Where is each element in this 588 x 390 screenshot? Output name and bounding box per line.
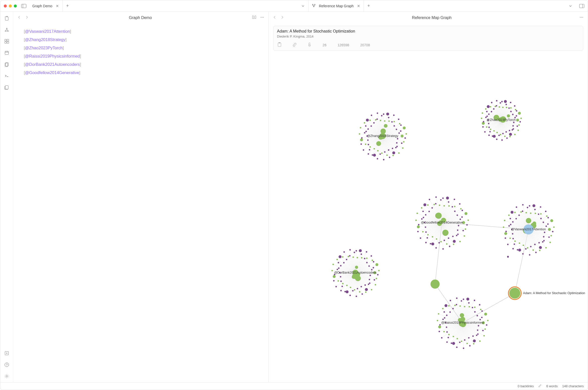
nav-back-icon[interactable] — [273, 15, 277, 20]
svg-point-726 — [516, 206, 517, 208]
reading-view-icon[interactable] — [252, 15, 256, 21]
svg-point-624 — [355, 266, 358, 269]
metric-a: 26 — [323, 43, 327, 47]
svg-point-428 — [427, 204, 429, 206]
svg-line-236 — [493, 120, 501, 136]
citation-line[interactable]: [@Vaswani2017Attention] — [24, 27, 258, 36]
quick-switcher-icon[interactable] — [4, 15, 10, 21]
svg-point-418 — [425, 214, 426, 216]
svg-point-239 — [493, 130, 495, 132]
new-tab-button-left[interactable]: + — [63, 0, 72, 12]
tab-reference-map[interactable]: Reference Map Graph ✕ — [309, 0, 364, 12]
svg-point-394 — [420, 237, 421, 239]
tab-dropdown-left[interactable] — [298, 0, 308, 12]
svg-point-382 — [431, 243, 434, 246]
svg-point-792 — [483, 335, 485, 336]
svg-point-29 — [263, 17, 264, 18]
svg-point-505 — [364, 284, 366, 286]
svg-point-678 — [517, 249, 518, 251]
vault-icon[interactable] — [4, 350, 10, 356]
settings-icon[interactable] — [4, 373, 10, 379]
editor-body[interactable]: [@Vaswani2017Attention][@Zhang2018Strate… — [13, 24, 268, 80]
svg-point-215 — [509, 136, 511, 137]
svg-point-426 — [423, 203, 426, 206]
svg-point-541 — [335, 286, 337, 287]
svg-point-682 — [512, 248, 514, 250]
graph-canvas[interactable]: @Zhang2018Strategy@Zhao2023PyTorch@Goodf… — [269, 54, 588, 382]
svg-point-670 — [525, 248, 527, 250]
minimize-window-button[interactable] — [9, 5, 12, 8]
svg-point-251 — [486, 126, 488, 128]
svg-point-519 — [356, 296, 357, 297]
files-icon[interactable] — [4, 61, 10, 67]
svg-text:@DorBank2021Autoencoders: @DorBank2021Autoencoders — [334, 271, 376, 274]
svg-point-806 — [468, 337, 470, 339]
more-icon[interactable] — [260, 15, 264, 21]
svg-point-844 — [446, 326, 447, 328]
close-icon[interactable]: ✕ — [56, 4, 59, 8]
svg-point-454 — [454, 199, 455, 200]
svg-point-710 — [504, 220, 505, 221]
tab-graph-demo[interactable]: Graph Demo ✕ — [29, 0, 63, 12]
git-fork-icon — [312, 4, 316, 8]
command-icon[interactable] — [4, 73, 10, 79]
pane-title: Reference Map Graph — [284, 16, 579, 20]
svg-point-134 — [369, 120, 371, 121]
canvas-icon[interactable] — [4, 38, 10, 44]
svg-point-503 — [371, 289, 372, 290]
paper-title: Adam: A Method for Stochastic Optimizati… — [277, 29, 579, 34]
svg-point-400 — [417, 231, 419, 232]
status-backlinks[interactable]: 0 backlinks — [518, 384, 534, 388]
new-tab-button-right[interactable]: + — [364, 0, 374, 12]
close-icon[interactable]: ✕ — [357, 4, 360, 8]
citation-line[interactable]: [@Goodfellow2014Generative] — [24, 69, 258, 77]
citation-line[interactable]: [@Raissi2019Physicsinformed] — [24, 52, 258, 60]
svg-point-146 — [380, 120, 381, 121]
svg-point-368 — [446, 243, 448, 245]
templates-icon[interactable] — [4, 84, 10, 90]
svg-point-132 — [366, 119, 369, 122]
citation-line[interactable]: [@Zhao2023PyTorch] — [24, 44, 258, 52]
svg-point-696 — [512, 233, 513, 235]
right-panel-toggle-icon[interactable] — [576, 0, 588, 12]
more-icon[interactable] — [579, 15, 584, 21]
svg-point-914 — [481, 317, 483, 318]
svg-point-36 — [309, 45, 310, 46]
svg-point-648 — [542, 241, 543, 243]
svg-point-688 — [507, 244, 509, 245]
close-window-button[interactable] — [4, 5, 7, 8]
svg-point-253 — [482, 126, 484, 128]
calendar-icon[interactable] — [4, 50, 10, 56]
left-panel-toggle-icon[interactable] — [20, 0, 29, 12]
svg-point-577 — [346, 259, 347, 260]
clipboard-icon[interactable] — [277, 42, 281, 48]
svg-point-434 — [433, 204, 435, 205]
graph-icon[interactable] — [4, 27, 10, 33]
help-icon[interactable]: ? — [4, 362, 10, 368]
status-words[interactable]: 6 words — [546, 384, 558, 388]
open-access-icon[interactable] — [308, 42, 312, 48]
svg-point-213 — [509, 133, 512, 136]
svg-point-569 — [336, 259, 338, 260]
nav-back-icon[interactable] — [17, 15, 21, 20]
svg-point-223 — [502, 133, 504, 134]
status-chars[interactable]: 148 characters — [562, 384, 584, 388]
citation-line[interactable]: [@Zhang2018Strategy] — [24, 36, 258, 44]
maximize-window-button[interactable] — [14, 5, 17, 8]
svg-point-450 — [448, 201, 450, 203]
svg-point-309 — [508, 107, 510, 109]
svg-line-431 — [429, 200, 442, 223]
attachment-icon[interactable] — [292, 42, 297, 48]
citation-line[interactable]: [@DorBank2021Autoencoders] — [24, 60, 258, 69]
nav-forward-icon[interactable] — [25, 15, 29, 20]
svg-point-599 — [361, 257, 362, 259]
svg-point-746 — [535, 213, 536, 214]
tab-dropdown-right[interactable] — [565, 0, 576, 12]
svg-point-305 — [506, 107, 507, 108]
svg-point-4 — [313, 6, 314, 7]
svg-point-124 — [367, 128, 369, 130]
edit-mode-icon[interactable] — [538, 384, 542, 388]
svg-point-910 — [477, 315, 478, 316]
main-area: ? Graph Demo [@Vaswani2017Attention][@Zh… — [0, 12, 588, 382]
nav-forward-icon[interactable] — [280, 15, 284, 20]
